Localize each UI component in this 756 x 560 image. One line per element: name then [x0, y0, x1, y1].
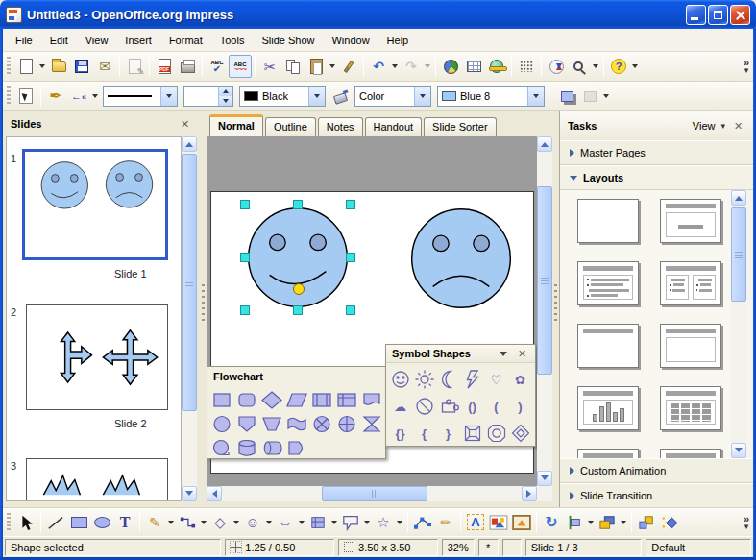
- toolbar-more-caret[interactable]: ▾: [744, 523, 749, 530]
- fill-type-select[interactable]: Color: [354, 86, 431, 107]
- print-button[interactable]: [176, 55, 199, 78]
- edit-points-mode-button[interactable]: [14, 85, 37, 108]
- auto-spellcheck-button[interactable]: ABC~~~: [229, 55, 252, 78]
- frowny-face-shape[interactable]: [412, 209, 511, 308]
- insert-table-button[interactable]: [462, 55, 485, 78]
- menu-view[interactable]: View: [77, 31, 117, 50]
- slides-splitter[interactable]: [200, 111, 207, 507]
- line-style-dropdown-button[interactable]: [160, 87, 177, 106]
- width-down-button[interactable]: [219, 96, 232, 106]
- symbol-square-bevel[interactable]: [460, 420, 484, 447]
- symbol-shapes-caret[interactable]: [266, 521, 272, 524]
- slides-scroll-up-button[interactable]: [182, 136, 197, 152]
- basic-shapes-caret[interactable]: [233, 521, 239, 524]
- fill-type-dropdown-button[interactable]: [414, 87, 430, 106]
- tasks-splitter[interactable]: [552, 111, 559, 507]
- symbol-lightning-bolt[interactable]: [460, 366, 484, 393]
- connector-caret[interactable]: [201, 521, 207, 524]
- export-pdf-button[interactable]: PDF: [153, 55, 176, 78]
- tab-normal[interactable]: Normal: [209, 114, 263, 136]
- flowchart-magnetic-disc[interactable]: [234, 436, 259, 460]
- symbol-prohibited[interactable]: [412, 393, 436, 420]
- paste-button[interactable]: [305, 55, 328, 78]
- slide-3-thumbnail[interactable]: [26, 458, 168, 501]
- layouts-scroll-up-button[interactable]: [731, 190, 746, 206]
- menu-insert[interactable]: Insert: [116, 31, 160, 50]
- stars-tool[interactable]: ☆: [372, 511, 395, 534]
- rectangle-tool[interactable]: [67, 511, 90, 534]
- symbol-smiley-face[interactable]: [388, 366, 412, 393]
- flowchart-connector[interactable]: [209, 412, 234, 436]
- flowchart-sequential-access[interactable]: [209, 436, 234, 460]
- tasks-panel-close-icon[interactable]: ✕: [731, 120, 745, 133]
- layout-centered-text[interactable]: [660, 324, 721, 368]
- email-button[interactable]: ✉: [93, 55, 116, 78]
- symbol-left-brace[interactable]: {: [412, 420, 436, 447]
- glue-points-tool[interactable]: ✏: [434, 511, 457, 534]
- fill-color-select[interactable]: Blue 8: [437, 86, 545, 107]
- zoom-dropdown-caret[interactable]: [593, 64, 598, 68]
- flowchart-data[interactable]: [284, 388, 309, 412]
- block-arrows-tool[interactable]: ⇔: [274, 511, 297, 534]
- layout-blank[interactable]: [577, 199, 639, 243]
- zoom-button[interactable]: [568, 55, 591, 78]
- toolbar-grip[interactable]: [7, 57, 11, 76]
- section-slide-transition[interactable]: Slide Transition: [560, 483, 753, 508]
- symbol-puzzle[interactable]: [436, 393, 460, 420]
- layout-partial-left[interactable]: [577, 449, 639, 458]
- save-button[interactable]: [70, 55, 93, 78]
- spellcheck-button[interactable]: ABC✔: [206, 55, 229, 78]
- block-arrows-caret[interactable]: [299, 521, 305, 524]
- layout-title-slide[interactable]: [660, 199, 721, 243]
- h-scroll-thumb[interactable]: [322, 486, 427, 501]
- layout-title-content[interactable]: [577, 261, 639, 305]
- symbol-right-brace[interactable]: }: [436, 420, 460, 447]
- scroll-up-button[interactable]: [537, 136, 552, 152]
- v-scroll-thumb[interactable]: [537, 186, 552, 375]
- flowchart-summing-junction[interactable]: [309, 412, 334, 436]
- stars-caret[interactable]: [397, 521, 402, 524]
- paste-dropdown-caret[interactable]: [329, 64, 335, 68]
- hyperlink-button[interactable]: [485, 55, 508, 78]
- alignment-button[interactable]: [563, 511, 586, 534]
- symbol-diamond-bevel[interactable]: [508, 420, 532, 447]
- maximize-button[interactable]: [708, 5, 728, 25]
- cut-button[interactable]: ✂: [258, 55, 281, 78]
- redo-dropdown-caret[interactable]: [425, 64, 430, 68]
- insert-picture-button[interactable]: [487, 511, 510, 534]
- toolbar-grip[interactable]: [7, 513, 11, 532]
- toolbar-options-caret[interactable]: [603, 94, 609, 98]
- minimize-button[interactable]: [686, 5, 706, 25]
- fill-color-dropdown-button[interactable]: [527, 87, 544, 106]
- flowchart-direct-access-storage[interactable]: [259, 436, 284, 460]
- slide-1-thumbnail[interactable]: [22, 149, 168, 260]
- menu-help[interactable]: Help: [378, 31, 418, 50]
- line-color-dropdown-button[interactable]: [308, 87, 325, 106]
- section-layouts[interactable]: Layouts: [560, 165, 753, 190]
- scroll-right-button[interactable]: [522, 486, 537, 501]
- flowchart-tool[interactable]: [306, 511, 329, 534]
- section-master-pages[interactable]: Master Pages: [560, 140, 753, 165]
- tab-slide-sorter[interactable]: Slide Sorter: [424, 117, 496, 136]
- ellipse-tool[interactable]: [90, 511, 113, 534]
- help-button[interactable]: ?: [607, 55, 630, 78]
- undo-dropdown-caret[interactable]: [392, 64, 398, 68]
- flowchart-process[interactable]: [209, 388, 234, 412]
- symbol-double-bracket[interactable]: (): [460, 393, 484, 420]
- line-width-field[interactable]: [184, 87, 218, 106]
- tasks-view-caret[interactable]: ▾: [720, 121, 725, 131]
- flowchart-manual-operation[interactable]: [259, 412, 284, 436]
- menu-slide-show[interactable]: Slide Show: [253, 31, 323, 50]
- line-style-select[interactable]: [103, 86, 178, 107]
- new-document-button[interactable]: [14, 55, 37, 78]
- gallery-button[interactable]: [510, 511, 533, 534]
- shadow-button[interactable]: [555, 85, 578, 108]
- select-tool[interactable]: [14, 511, 37, 534]
- extrusion-toggle-button[interactable]: [635, 511, 658, 534]
- callouts-caret[interactable]: [364, 521, 370, 524]
- scroll-down-button[interactable]: [537, 471, 552, 486]
- flowchart-caret[interactable]: [331, 521, 337, 524]
- area-dialog-button[interactable]: [329, 85, 352, 108]
- layouts-scrollbar[interactable]: [731, 190, 746, 458]
- slides-scroll-down-button[interactable]: [182, 486, 197, 501]
